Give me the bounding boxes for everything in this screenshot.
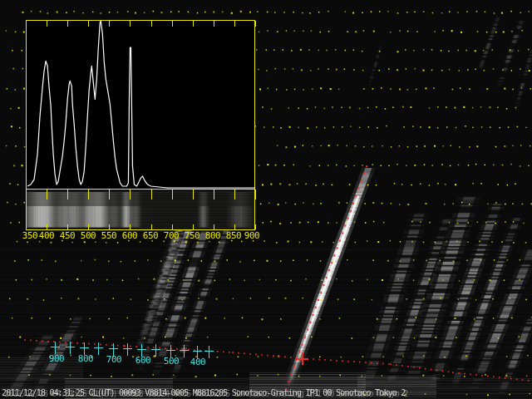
image-canvas xyxy=(0,0,532,399)
spectral-analysis-screen: 350400450500550600650700750800850900 900… xyxy=(0,0,532,399)
